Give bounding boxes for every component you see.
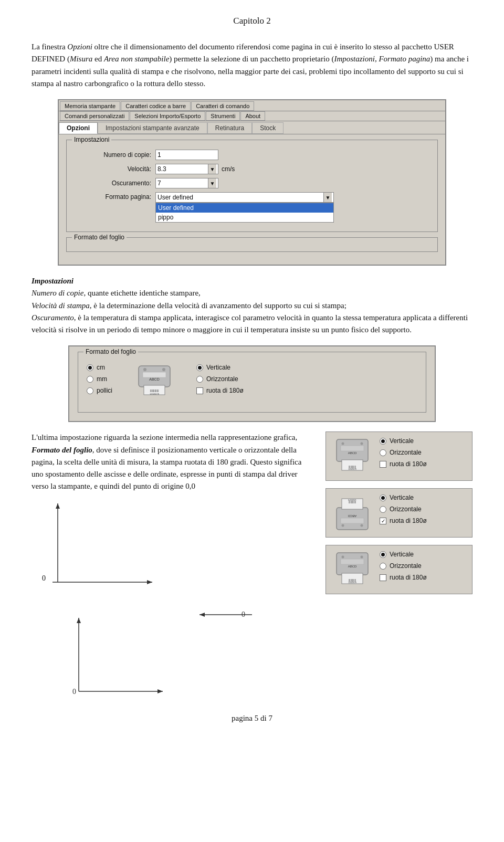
radio-verticale-row[interactable]: Verticale: [196, 364, 244, 371]
formato-pagina-list: User defined pippo: [155, 203, 334, 223]
tab-caratteri-barcode[interactable]: Caratteri codice a barre: [121, 101, 191, 111]
tab-memoria-stampante[interactable]: Memoria stampante: [60, 101, 120, 111]
panel3-verticale-row[interactable]: Verticale: [380, 551, 427, 558]
svg-point-35: [361, 556, 363, 559]
panel1-options: Verticale Orizzontale ruota di 180ø: [380, 437, 427, 468]
right-panel-2: |||||||||||| 12345678 ABCD Verticale Ori…: [326, 488, 472, 538]
svg-marker-9: [56, 503, 60, 509]
axis-svg-right: 0: [189, 607, 299, 697]
radio-mm-label: mm: [97, 375, 107, 383]
svg-marker-43: [200, 613, 205, 617]
panel1-radio-verticale[interactable]: [380, 438, 386, 445]
panel2-radio-orizzontale[interactable]: [380, 506, 386, 513]
panel2-orizzontale-row[interactable]: Orizzontale: [380, 506, 427, 513]
numero-copie-row: Numero di copie:: [74, 150, 430, 160]
panel1-ruota-row[interactable]: ruota di 180ø: [380, 460, 427, 468]
panel3-checkbox-ruota[interactable]: [380, 574, 386, 581]
svg-text:||||||||||||: ||||||||||||: [349, 501, 356, 503]
tab-comandi[interactable]: Comandi personalizzati: [60, 111, 129, 121]
radio-pollici-row[interactable]: pollici: [87, 387, 112, 394]
right-panel-1: |||||||||||| 12345678 ABCD Verticale Ori…: [326, 431, 472, 481]
svg-text:12345678: 12345678: [348, 499, 356, 501]
radio-mm[interactable]: [87, 376, 93, 383]
page-number: pagina 5 di 7: [32, 712, 472, 724]
velocita-arrow-icon[interactable]: ▼: [208, 164, 216, 174]
printer-image-normal: ABCD ||||||||||||| 12345678: [133, 362, 175, 406]
numero-copie-label: Numero di copie:: [74, 151, 155, 159]
printer-svg-normal: ABCD ||||||||||||| 12345678: [133, 362, 175, 404]
radio-ruota-row[interactable]: ruota di 180ø: [196, 387, 244, 394]
checkbox-ruota[interactable]: [196, 387, 203, 394]
oscuramento-arrow-icon[interactable]: ▼: [208, 178, 216, 188]
svg-rect-5: [143, 372, 166, 377]
tab-retinatura[interactable]: Retinatura: [207, 122, 252, 134]
radio-mm-row[interactable]: mm: [87, 375, 112, 383]
dropdown-item-user-defined[interactable]: User defined: [156, 203, 333, 213]
svg-point-34: [342, 556, 344, 559]
panel1-orizzontale-row[interactable]: Orizzontale: [380, 449, 427, 456]
panel1-checkbox-ruota[interactable]: [380, 461, 386, 468]
panel1-verticale-row[interactable]: Verticale: [380, 437, 427, 445]
panel3-orizzontale-row[interactable]: Orizzontale: [380, 562, 427, 570]
formato-pagina-row: Formato pagina: User defined ▼ User defi…: [74, 192, 430, 223]
panel2-ruota-label: ruota di 180ø: [390, 517, 427, 524]
formato-pagina-label: Formato pagina:: [74, 193, 155, 201]
panel2-verticale-row[interactable]: Verticale: [380, 494, 427, 501]
dropdown-item-pippo[interactable]: pippo: [156, 213, 333, 222]
svg-marker-11: [147, 580, 152, 584]
chapter-title: Capitolo 2: [32, 16, 472, 26]
formato-pagina-dropdown[interactable]: User defined ▼ User defined pippo: [155, 192, 334, 223]
tab-about[interactable]: About: [240, 111, 265, 121]
panel2-options: Verticale Orizzontale ruota di 180ø: [380, 494, 427, 524]
axes-diagram: 0: [32, 503, 313, 598]
tab-opzioni[interactable]: Opzioni: [59, 122, 98, 134]
formato-foglio-group: Formato del foglio: [66, 237, 438, 252]
tab-caratteri-comando[interactable]: Caratteri di comando: [191, 101, 254, 111]
velocita-select[interactable]: 8.3 ▼: [155, 164, 218, 174]
svg-text:ABCD: ABCD: [348, 514, 356, 518]
panel2-checkbox-ruota[interactable]: [380, 518, 386, 524]
tab-strumenti[interactable]: Strumenti: [206, 111, 240, 121]
radio-pollici[interactable]: [87, 387, 93, 394]
radio-ruota-label: ruota di 180ø: [206, 387, 244, 394]
x-axis-svg: [52, 577, 158, 587]
panel2-radio-verticale[interactable]: [380, 494, 386, 501]
format-foglio-box: Formato del foglio cm mm pollici: [68, 345, 436, 422]
radio-verticale[interactable]: [196, 364, 203, 371]
formato-pagina-field[interactable]: User defined ▼: [155, 192, 334, 203]
svg-text:|||||||||||||: |||||||||||||: [150, 389, 159, 392]
velocita-value: 8.3: [158, 165, 166, 173]
formato-foglio-label: Formato del foglio: [72, 234, 127, 241]
svg-rect-24: [341, 518, 364, 523]
panel3-radio-orizzontale[interactable]: [380, 563, 386, 570]
tab-stock[interactable]: Stock: [252, 122, 284, 134]
left-axis-diagram: 0: [63, 607, 173, 697]
velocita-label: Velocità:: [74, 165, 155, 173]
svg-point-7: [162, 368, 165, 371]
svg-marker-37: [77, 618, 81, 623]
tab-selezioni[interactable]: Selezioni Importo/Esporto: [130, 111, 205, 121]
panel3-radio-verticale[interactable]: [380, 551, 386, 558]
formato-pagina-arrow-icon[interactable]: ▼: [323, 193, 332, 202]
lower-right: |||||||||||| 12345678 ABCD Verticale Ori…: [326, 431, 472, 597]
panel2-ruota-row[interactable]: ruota di 180ø: [380, 517, 427, 524]
svg-text:12345678: 12345678: [150, 393, 160, 395]
radio-orizzontale-row[interactable]: Orizzontale: [196, 375, 244, 383]
printer-svg-panel3: |||||||||||| 12345678 ABCD: [333, 551, 371, 588]
radio-cm-row[interactable]: cm: [87, 364, 112, 371]
radio-cm[interactable]: [87, 364, 93, 371]
formato-pagina-value: User defined: [158, 194, 193, 201]
panel1-radio-orizzontale[interactable]: [380, 449, 386, 456]
radio-verticale-label: Verticale: [206, 364, 230, 371]
radio-orizzontale[interactable]: [196, 376, 203, 383]
unit-radio-col: cm mm pollici: [87, 364, 112, 394]
intro-paragraph: La finestra Opzioni oltre che il dimensi…: [32, 41, 472, 90]
oscuramento-row: Oscuramento: 7 ▼: [74, 178, 430, 188]
tabs-row1b: Comandi personalizzati Selezioni Importo…: [59, 111, 445, 121]
panel3-ruota-row[interactable]: ruota di 180ø: [380, 574, 427, 581]
tab-impostazioni-avanzate[interactable]: Impostazioni stampante avanzate: [98, 122, 207, 134]
oscuramento-select[interactable]: 7 ▼: [155, 178, 218, 188]
x-axis-left: [52, 577, 158, 591]
numero-copie-input[interactable]: [155, 150, 218, 160]
panel2-verticale-label: Verticale: [390, 494, 414, 501]
